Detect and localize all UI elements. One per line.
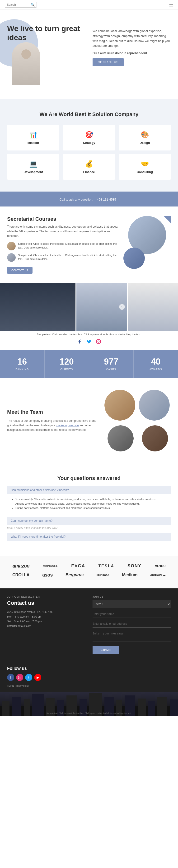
faq-question-1[interactable]: Can musicians and other artists use Vibe… <box>7 486 171 494</box>
search-box[interactable]: 🔍 <box>5 2 37 8</box>
team-section: Meet the Team The result of our company … <box>0 378 178 463</box>
stat-cases-number: 977 <box>91 357 131 367</box>
svg-rect-0 <box>97 340 100 344</box>
team-photo-3 <box>108 425 134 452</box>
gallery-item-3 <box>128 283 178 331</box>
finance-icon: 💰 <box>66 160 112 168</box>
hamburger-menu[interactable]: ☰ <box>169 2 173 8</box>
footer-top: JOIN OUR NEWSLETTER Contact us 3645 10 S… <box>7 595 171 654</box>
svg-rect-2 <box>18 676 21 679</box>
footer-city-image: Sample text. Click to select the text bo… <box>0 692 178 716</box>
binance-logo: ◇BINANCE <box>43 564 58 568</box>
contact-button[interactable]: CONTACT US <box>93 58 124 66</box>
team-marketing-link[interactable]: marketing website <box>56 424 79 427</box>
stat-clients-number: 120 <box>47 357 87 367</box>
stats-section: 16 BANKING 120 CLIENTS 977 CASES 40 AWAR… <box>0 350 178 378</box>
follow-twitter-icon[interactable]: t <box>25 674 32 681</box>
services-heading: We Are World Best It Solution Company <box>7 111 171 118</box>
finance-label: Finance <box>66 170 112 174</box>
consulting-icon: 🤝 <box>122 160 167 168</box>
social-icons <box>0 338 178 350</box>
hero-section: We live to turn great ideas We combine l… <box>0 10 178 99</box>
hero-description: We combine local knowledge with global e… <box>93 29 171 49</box>
footer-contact-title: Contact us <box>7 600 85 606</box>
faq-title: Your questions answered <box>7 475 171 482</box>
name-input[interactable] <box>93 611 171 618</box>
partners-section: amazon ◇BINANCE EVGA TESLA SONY crocs CR… <box>0 556 178 588</box>
crocs-logo: crocs <box>155 563 166 568</box>
testimonial-1: Sample text. Click to select the text bo… <box>7 242 119 250</box>
evga-logo: EVGA <box>71 563 85 568</box>
follow-title: Follow us <box>7 666 171 671</box>
secretarial-left: Secretarial Courses There are only some … <box>7 216 119 274</box>
faq-section: Your questions answered Can musicians an… <box>0 463 178 556</box>
service-mission: 📊 Mission <box>7 125 59 151</box>
stat-awards-number: 40 <box>136 357 176 367</box>
join-label: JOIN US <box>93 595 171 598</box>
facebook-icon[interactable] <box>76 338 83 345</box>
follow-youtube-icon[interactable]: ▶ <box>34 674 41 681</box>
testimonial-2: Sample text. Click to select the text bo… <box>7 253 119 262</box>
hero-left: We live to turn great ideas <box>7 24 85 85</box>
instagram-icon[interactable] <box>95 338 102 345</box>
team-left: Meet the Team The result of our company … <box>7 409 97 432</box>
strategy-label: Strategy <box>66 141 112 145</box>
faq-question-3[interactable]: What if I need more time after the free … <box>7 533 171 541</box>
phone-banner: Call to ask any question: 454-111-4585 <box>0 191 178 207</box>
newsletter-label: JOIN OUR NEWSLETTER <box>7 595 85 598</box>
sony-logo: SONY <box>127 563 142 568</box>
header: 🔍 ☰ <box>0 0 178 10</box>
faq-item-2: Can I connect my domain name? What if I … <box>7 517 171 529</box>
follow-facebook-icon[interactable]: f <box>7 674 14 681</box>
secretarial-title: Secretarial Courses <box>7 216 119 222</box>
service-design: 🎨 Design <box>119 125 171 151</box>
secretarial-section: Secretarial Courses There are only some … <box>0 207 178 283</box>
stat-clients-label: CLIENTS <box>47 368 87 371</box>
amazon-logo: amazon <box>12 563 29 569</box>
android-logo: android ☁ <box>150 573 166 577</box>
phone-call-text: Call to ask any question: <box>60 198 93 201</box>
testimonial-2-text: Sample text. Click to select the text bo… <box>18 253 119 261</box>
message-input[interactable] <box>93 630 171 642</box>
development-icon: 💻 <box>11 160 56 168</box>
copyright: ©2021 Privacy policy <box>7 684 171 687</box>
hero-right: We combine local knowledge with global e… <box>93 24 171 85</box>
phone-number: 454-111-4585 <box>97 198 116 201</box>
medium-logo: Medium <box>122 572 138 578</box>
stat-banking-number: 16 <box>2 357 42 367</box>
team-description: The result of our company branding proce… <box>7 419 97 432</box>
hero-quote: Duis aute irure dolor in reprehenderit <box>93 51 171 56</box>
hero-title: We live to turn great ideas <box>7 24 85 42</box>
bergurus-logo: Bergurus <box>65 572 84 578</box>
faq-answer-item: During early access, platform developmen… <box>16 506 167 510</box>
partners-row-2: CROLLA asos Bergurus ⊕unimed Medium andr… <box>7 572 171 578</box>
team-photo-2 <box>139 390 170 421</box>
faq-answer-item: Yes, absolutely. Vibecart is suitable fo… <box>16 497 167 501</box>
footer-form: JOIN US Item 1 SUBMIT <box>93 595 171 654</box>
stat-cases-label: CASES <box>91 368 131 371</box>
faq-muted-2: What if I need more time after the free … <box>7 526 171 529</box>
stat-awards: 40 AWARDS <box>134 350 178 378</box>
footer-contact: JOIN OUR NEWSLETTER Contact us 3645 10 S… <box>7 595 85 654</box>
mission-icon: 📊 <box>11 131 56 138</box>
secretarial-contact-button[interactable]: CONTACT US <box>7 267 32 274</box>
faq-item-3: What if I need more time after the free … <box>7 533 171 541</box>
submit-button[interactable]: SUBMIT <box>93 646 119 654</box>
search-icon: 🔍 <box>31 3 35 7</box>
follow-instagram-icon[interactable] <box>16 674 23 681</box>
gallery-item-1 <box>0 283 76 331</box>
faq-question-2[interactable]: Can I connect my domain name? <box>7 517 171 525</box>
gallery-next-arrow[interactable]: › <box>119 304 125 310</box>
footer-select[interactable]: Item 1 <box>93 600 171 608</box>
twitter-icon[interactable] <box>86 338 92 345</box>
team-photo-1 <box>105 390 135 421</box>
stat-banking-label: BANKING <box>2 368 42 371</box>
team-photo-4 <box>142 425 168 452</box>
service-finance: 💰 Finance <box>63 154 115 180</box>
email-input[interactable] <box>93 620 171 627</box>
design-label: Design <box>122 141 167 145</box>
secretarial-description: There are only some symptoms such as diz… <box>7 224 119 238</box>
team-photos <box>105 390 171 452</box>
search-input[interactable] <box>7 3 31 6</box>
follow-icons: f t ▶ <box>7 674 171 681</box>
